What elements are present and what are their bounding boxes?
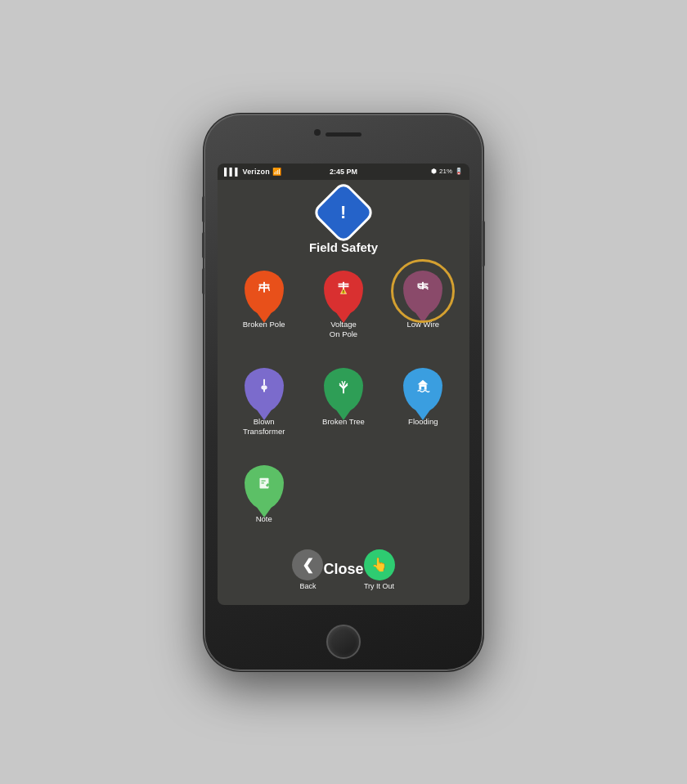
status-time: 2:45 PM: [330, 168, 357, 176]
svg-line-3: [258, 285, 260, 290]
broken-pole-shape: [245, 271, 284, 315]
close-button[interactable]: Close: [323, 561, 363, 578]
battery-info: ⬢ 21% 🪫: [431, 168, 463, 175]
signal-bars: ▌▌▌: [224, 168, 242, 176]
svg-rect-14: [263, 388, 265, 392]
app-content: ! Field Safety: [218, 180, 469, 605]
broken-pole-icon: [255, 280, 273, 298]
svg-rect-18: [421, 387, 424, 390]
svg-rect-11: [418, 283, 429, 284]
wifi-icon: 📶: [272, 168, 281, 176]
broken-pole-item[interactable]: Broken Pole: [226, 266, 302, 360]
note-shape: [245, 465, 284, 509]
svg-rect-12: [263, 379, 265, 384]
blown-transformer-item[interactable]: BlownTransformer: [226, 363, 302, 457]
speaker: [326, 132, 361, 137]
battery-icon: 🪫: [455, 168, 463, 175]
battery-percent: 21%: [439, 168, 452, 175]
voltage-shape: !: [324, 271, 363, 315]
blown-shape: [245, 368, 284, 412]
svg-text:!: !: [343, 289, 344, 293]
blown-transformer-icon: [255, 378, 273, 396]
phone-screen: ▌▌▌ Verizon 📶 2:45 PM ⬢ 21% 🪫 ! Field Sa…: [218, 164, 469, 605]
phone-shell: ▌▌▌ Verizon 📶 2:45 PM ⬢ 21% 🪫 ! Field Sa…: [204, 114, 483, 670]
back-circle: ❮: [292, 549, 323, 580]
svg-line-4: [267, 285, 269, 290]
voltage-icon: !: [335, 280, 352, 298]
svg-rect-15: [343, 388, 344, 393]
back-label: Back: [299, 582, 316, 590]
broken-tree-icon: [335, 378, 352, 396]
note-item[interactable]: Note: [226, 460, 302, 544]
carrier-signal: ▌▌▌ Verizon 📶: [224, 168, 281, 176]
svg-rect-21: [261, 482, 264, 483]
try-label: Try It Out: [364, 582, 394, 590]
voltage-pin: !: [322, 269, 365, 316]
svg-rect-20: [261, 480, 266, 481]
app-header-icon-symbol: !: [340, 203, 346, 221]
svg-rect-6: [339, 283, 349, 284]
back-button[interactable]: ❮ Back: [292, 549, 323, 590]
status-bar: ▌▌▌ Verizon 📶 2:45 PM ⬢ 21% 🪫: [218, 164, 469, 180]
flooding-shape: [403, 368, 442, 412]
try-circle: 👆: [364, 549, 395, 580]
home-button[interactable]: [326, 625, 361, 659]
svg-marker-16: [418, 379, 429, 384]
bluetooth-icon: ⬢: [431, 168, 437, 175]
broken-tree-shape: [324, 368, 363, 412]
low-wire-item[interactable]: Low Wire: [385, 266, 461, 360]
blown-transformer-pin: [243, 366, 285, 414]
icon-grid: Broken Pole !: [226, 266, 461, 544]
flooding-pin: [402, 366, 444, 414]
app-title: Field Safety: [309, 240, 378, 254]
broken-tree-item[interactable]: Broken Tree: [305, 363, 381, 457]
low-wire-pin: [402, 269, 444, 316]
camera: [314, 129, 321, 136]
svg-rect-1: [258, 284, 269, 285]
svg-rect-7: [339, 285, 349, 287]
try-it-out-button[interactable]: 👆 Try It Out: [364, 549, 395, 590]
voltage-on-pole-item[interactable]: ! VoltageOn Pole: [305, 266, 381, 360]
flooding-item[interactable]: Flooding: [385, 363, 461, 457]
flooding-icon: [414, 378, 432, 396]
low-wire-shape: [403, 271, 442, 315]
note-pin: [243, 464, 285, 511]
broken-pole-pin: [243, 269, 285, 316]
broken-tree-pin: [322, 366, 365, 414]
low-wire-icon: [414, 280, 432, 298]
note-icon: [255, 475, 273, 493]
bottom-bar: ❮ Back Close 👆 Try It Out: [282, 544, 404, 598]
app-header-icon: !: [311, 180, 375, 244]
